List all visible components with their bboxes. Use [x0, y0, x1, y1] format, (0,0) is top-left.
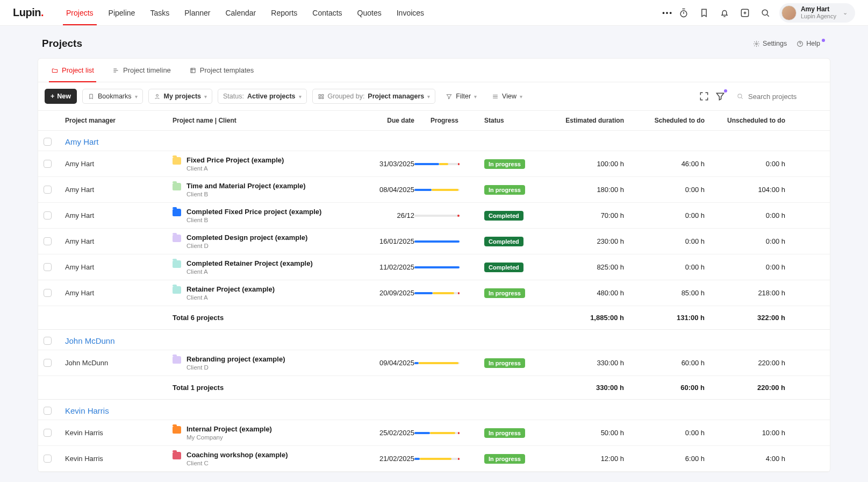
progress-bar: [414, 240, 460, 243]
table-row[interactable]: Amy HartCompleted Fixed Price project (e…: [38, 203, 830, 229]
grouped-by-chip[interactable]: Grouped by:Project managers▾: [312, 89, 436, 104]
group-name[interactable]: John McDunn: [65, 336, 824, 345]
table-row[interactable]: Kevin HarrisInternal Project (example)My…: [38, 420, 830, 446]
table-row[interactable]: Kevin HarrisCoaching workshop (example)C…: [38, 446, 830, 472]
group-name[interactable]: Amy Hart: [65, 137, 824, 146]
nav-link-planner[interactable]: Planner: [177, 1, 218, 25]
checkbox[interactable]: [44, 337, 52, 345]
bell-icon[interactable]: [719, 8, 730, 18]
tab-project-list[interactable]: Project list: [49, 59, 96, 82]
logo[interactable]: Lupin.: [13, 6, 44, 19]
expand-icon[interactable]: [699, 91, 709, 102]
nav-link-pipeline[interactable]: Pipeline: [101, 1, 143, 25]
search-icon: [736, 93, 744, 100]
pm-name: Amy Hart: [65, 160, 173, 168]
table-row[interactable]: Amy HartTime and Material Project (examp…: [38, 177, 830, 203]
estimated: 480:00 h: [538, 289, 624, 297]
project-name[interactable]: Time and Material Project (example): [186, 182, 306, 190]
status-chip[interactable]: Status:Active projects▾: [218, 89, 307, 104]
status-cell: In progress: [484, 358, 538, 368]
checkbox[interactable]: [44, 359, 52, 367]
project-name[interactable]: Completed Fixed Price project (example): [186, 208, 321, 216]
project-name[interactable]: Retainer Project (example): [186, 285, 275, 293]
client-name: Client A: [186, 268, 313, 275]
client-name: Client C: [186, 460, 288, 466]
project-name[interactable]: Fixed Price Project (example): [186, 156, 284, 164]
project-name[interactable]: Coaching workshop (example): [186, 451, 288, 459]
col-pm[interactable]: Project manager: [65, 117, 173, 124]
new-button[interactable]: + New: [45, 89, 77, 104]
col-scheduled[interactable]: Scheduled to do: [624, 117, 705, 124]
col-status[interactable]: Status: [484, 117, 538, 124]
user-menu[interactable]: Amy Hart Lupin Agency ⌄: [779, 3, 855, 23]
table-row[interactable]: Amy HartFixed Price Project (example)Cli…: [38, 151, 830, 177]
nav-link-calendar[interactable]: Calendar: [218, 1, 263, 25]
col-project[interactable]: Project name | Client: [173, 117, 350, 124]
pm-name: Amy Hart: [65, 237, 173, 245]
table-row[interactable]: John McDunnRebranding project (example)C…: [38, 350, 830, 376]
search-icon[interactable]: [760, 8, 771, 18]
search-wrap: [731, 90, 823, 103]
unscheduled: 0:00 h: [705, 263, 785, 271]
view-chip[interactable]: View▾: [487, 89, 527, 103]
col-estimated[interactable]: Estimated duration: [538, 117, 624, 124]
timer-icon[interactable]: [678, 8, 689, 18]
unscheduled: 4:00 h: [705, 455, 785, 463]
svg-point-3: [756, 42, 757, 44]
table-row[interactable]: Amy HartCompleted Design project (exampl…: [38, 229, 830, 254]
project-cell: Time and Material Project (example)Clien…: [173, 182, 350, 197]
status-badge: In progress: [484, 454, 525, 464]
checkbox[interactable]: [44, 138, 52, 146]
help-icon: [797, 40, 804, 47]
col-progress[interactable]: Progress: [414, 117, 484, 124]
folder-icon: [173, 356, 181, 364]
checkbox[interactable]: [44, 160, 52, 168]
checkbox[interactable]: [44, 429, 52, 437]
tab-project-timeline[interactable]: Project timeline: [110, 59, 173, 82]
bookmark-icon[interactable]: [699, 8, 709, 18]
gear-icon: [753, 40, 760, 47]
nav-link-contacts[interactable]: Contacts: [305, 1, 349, 25]
status-cell: In progress: [484, 288, 538, 298]
checkbox[interactable]: [44, 211, 52, 219]
nav-more[interactable]: •••: [657, 1, 678, 24]
checkbox[interactable]: [44, 455, 52, 463]
checkbox[interactable]: [44, 263, 52, 271]
svg-rect-6: [319, 94, 320, 96]
folder-icon: [173, 260, 181, 268]
checkbox[interactable]: [44, 289, 52, 297]
nav-link-projects[interactable]: Projects: [59, 1, 101, 25]
project-cell: Completed Retainer Project (example)Clie…: [173, 259, 350, 275]
filter-active-icon[interactable]: [715, 91, 726, 102]
checkbox[interactable]: [44, 186, 52, 194]
total-scheduled: 131:00 h: [624, 314, 705, 322]
nav-link-tasks[interactable]: Tasks: [142, 1, 177, 25]
settings-link[interactable]: Settings: [753, 40, 787, 47]
project-name[interactable]: Internal Project (example): [186, 425, 272, 433]
nav-link-reports[interactable]: Reports: [263, 1, 305, 25]
plus-square-icon[interactable]: [740, 8, 750, 18]
search-input[interactable]: [748, 93, 818, 101]
group-name[interactable]: Kevin Harris: [65, 406, 824, 415]
tab-project-templates[interactable]: Project templates: [187, 59, 256, 82]
project-name[interactable]: Completed Design project (example): [186, 233, 307, 242]
checkbox[interactable]: [44, 237, 52, 245]
table-row[interactable]: Amy HartRetainer Project (example)Client…: [38, 280, 830, 306]
nav-link-invoices[interactable]: Invoices: [389, 1, 432, 25]
status-badge: In progress: [484, 185, 525, 195]
filter-chip[interactable]: Filter▾: [441, 89, 482, 103]
col-due[interactable]: Due date: [350, 117, 414, 124]
checkbox[interactable]: [44, 407, 52, 415]
status-badge: Completed: [484, 263, 523, 272]
col-unscheduled[interactable]: Unscheduled to do: [705, 117, 785, 124]
table-row[interactable]: Amy HartCompleted Retainer Project (exam…: [38, 254, 830, 280]
bookmarks-chip[interactable]: Bookmarks▾: [82, 89, 143, 104]
project-name[interactable]: Completed Retainer Project (example): [186, 259, 313, 267]
user-org: Lupin Agency: [801, 13, 836, 19]
project-name[interactable]: Rebranding project (example): [186, 355, 285, 363]
scheduled: 0:00 h: [624, 186, 705, 194]
my-projects-chip[interactable]: My projects▾: [148, 89, 212, 104]
nav-link-quotes[interactable]: Quotes: [350, 1, 389, 25]
pm-name: Amy Hart: [65, 289, 173, 297]
help-link[interactable]: Help: [797, 40, 826, 47]
